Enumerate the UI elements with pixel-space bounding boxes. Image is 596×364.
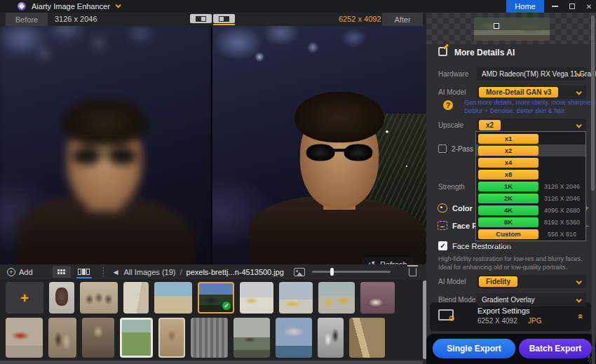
upscale-label: Upscale bbox=[438, 121, 463, 129]
minimize-button[interactable] bbox=[547, 0, 562, 13]
app-title: Aiarty Image Enhancer bbox=[32, 2, 110, 11]
side-by-side-view-button[interactable] bbox=[213, 14, 235, 23]
thumbnail-white-beetle[interactable] bbox=[360, 282, 395, 314]
filmstrip-toolbar: + Add ◀ All Images (19) / pexels-brettj.… bbox=[0, 264, 426, 279]
collapse-chevrons-icon[interactable]: « bbox=[575, 314, 585, 318]
panel-scrollbar-track[interactable] bbox=[592, 13, 595, 364]
upscale-option-2k[interactable]: 2K3126 X 2046 bbox=[476, 192, 585, 204]
navigator-crop-indicator[interactable] bbox=[494, 23, 499, 29]
thumbnail-old-couple[interactable] bbox=[48, 318, 76, 358]
maximize-icon bbox=[569, 4, 575, 9]
ai-model-value: More-Detail GAN v3 bbox=[479, 87, 558, 97]
upscale-select[interactable]: x2 bbox=[477, 119, 586, 132]
thumbnail-group-sepia[interactable] bbox=[80, 282, 118, 314]
all-images-breadcrumb[interactable]: All Images (19) bbox=[124, 268, 176, 276]
upscale-option-4k[interactable]: 4K4096 X 2680 bbox=[476, 204, 585, 216]
upscale-dropdown-list: x1x2x4x81K3126 X 20462K3126 X 20464K4096… bbox=[475, 131, 586, 241]
strip-view-button[interactable] bbox=[75, 266, 93, 278]
current-file-name: pexels-brettj...n-4513500.jpg bbox=[187, 268, 284, 276]
refresh-label: Refresh bbox=[380, 260, 407, 265]
add-image-tile[interactable]: + bbox=[6, 282, 43, 314]
settings-panel: More Details AI Hardware AMD Radeon(TM) … bbox=[426, 13, 596, 364]
thumbnail-family[interactable] bbox=[49, 282, 74, 314]
thumbnail-woman-hat[interactable] bbox=[158, 318, 185, 358]
thumbnail-car-sand[interactable] bbox=[240, 282, 273, 314]
close-button[interactable]: ✕ bbox=[581, 0, 596, 13]
upscale-option-resolution: 3126 X 2046 bbox=[539, 195, 585, 202]
app-window: Aiarty Image Enhancer Home ✕ Before 3126… bbox=[0, 0, 596, 364]
export-size: 6252 X 4092 bbox=[478, 317, 517, 325]
navigator-preview[interactable] bbox=[426, 13, 596, 44]
gear-icon: ⚙ bbox=[448, 315, 455, 323]
export-format: JPG bbox=[528, 317, 541, 325]
thumbnail-group-bw[interactable] bbox=[191, 318, 228, 358]
batch-export-button[interactable]: Batch Export bbox=[519, 339, 592, 358]
hardware-select[interactable]: AMD Radeon(TM) RX Vega 11 Graphics bbox=[477, 67, 586, 81]
split-view-icon bbox=[196, 16, 206, 22]
upscale-option-pill: x2 bbox=[478, 146, 539, 156]
thumbnail-polaroid-field[interactable] bbox=[120, 318, 153, 358]
thumbnail-clouds-sea[interactable] bbox=[276, 318, 312, 358]
color-section-row[interactable]: Color bbox=[438, 203, 473, 213]
thumbnail-red-car[interactable] bbox=[6, 318, 43, 358]
upscale-option-resolution: 3126 X 2046 bbox=[539, 183, 585, 190]
thumbnail-car-grass[interactable]: ✓ bbox=[198, 282, 234, 314]
filmstrip-horizontal-scrollbar[interactable] bbox=[0, 360, 423, 364]
thumbnail-yellow-trucks[interactable] bbox=[318, 282, 355, 314]
export-settings-card[interactable]: ⚙ Export Settings 6252 X 4092 JPG « bbox=[430, 302, 591, 331]
upscale-option-resolution: 556 X 816 bbox=[539, 231, 585, 238]
before-image[interactable] bbox=[0, 26, 212, 264]
upscale-option-pill: x1 bbox=[478, 134, 539, 144]
panel-scrollbar-thumb[interactable] bbox=[591, 15, 595, 191]
thumbnail-beach[interactable] bbox=[154, 282, 192, 314]
upscale-chevron-icon bbox=[576, 122, 581, 128]
more-details-icon bbox=[438, 47, 447, 56]
upscale-option-pill: 8K bbox=[478, 217, 539, 227]
two-pass-checkbox[interactable] bbox=[438, 144, 447, 153]
upscale-option-1k[interactable]: 1K3126 X 2046 bbox=[476, 180, 585, 192]
color-label: Color bbox=[452, 204, 473, 213]
upscale-option-pill: x8 bbox=[478, 170, 539, 180]
thumbnail-car-plane[interactable] bbox=[279, 282, 313, 314]
help-icon[interactable]: ? bbox=[443, 100, 453, 110]
section-title: More Details AI bbox=[454, 48, 515, 58]
fr-ai-model-label: AI Model bbox=[438, 278, 466, 285]
thumbnail-aerial-road[interactable] bbox=[349, 318, 385, 358]
ai-model-select[interactable]: More-Detail GAN v3 bbox=[477, 86, 586, 99]
back-arrow-icon[interactable]: ◀ bbox=[114, 269, 118, 276]
face-restoration-checkbox[interactable]: ✓ bbox=[438, 241, 447, 250]
thumbnail-woman-portrait[interactable] bbox=[82, 318, 114, 358]
ai-model-label: AI Model bbox=[438, 88, 466, 96]
thumbnail-old-vertical[interactable] bbox=[123, 282, 149, 314]
maximize-button[interactable] bbox=[564, 0, 580, 13]
home-button[interactable]: Home bbox=[506, 0, 544, 13]
before-tab[interactable]: Before bbox=[6, 13, 48, 26]
after-tab[interactable]: After bbox=[382, 13, 423, 26]
split-view-button[interactable] bbox=[190, 14, 212, 23]
after-image[interactable] bbox=[212, 26, 426, 264]
add-image-button[interactable]: + Add bbox=[7, 268, 33, 276]
app-menu-chevron-icon[interactable] bbox=[115, 2, 121, 8]
thumbnail-wedding[interactable] bbox=[318, 318, 344, 358]
thumbnail-cliff-house[interactable] bbox=[233, 318, 270, 358]
grid-view-button[interactable] bbox=[53, 266, 71, 278]
blend-mode-select[interactable]: Gradient Overlay bbox=[477, 293, 586, 306]
thumbnail-size-slider[interactable] bbox=[312, 271, 391, 273]
upscale-option-x4[interactable]: x4 bbox=[476, 156, 585, 168]
delete-image-icon[interactable] bbox=[409, 268, 416, 276]
side-by-side-view-icon bbox=[219, 16, 229, 22]
upscale-option-x2[interactable]: x2 bbox=[476, 144, 585, 156]
refresh-button[interactable]: ↺ Refresh bbox=[362, 257, 414, 264]
app-logo-icon bbox=[18, 2, 26, 11]
upscale-option-custom-resolution[interactable]: Custom Resolution556 X 816 bbox=[476, 228, 585, 240]
ai-model-chevron-icon bbox=[576, 89, 581, 95]
hardware-label: Hardware bbox=[438, 70, 468, 78]
upscale-option-x1[interactable]: x1 bbox=[476, 133, 585, 144]
upscale-option-x8[interactable]: x8 bbox=[476, 168, 585, 180]
single-export-button[interactable]: Single Export bbox=[433, 339, 515, 358]
fr-ai-model-select[interactable]: Fidelity bbox=[477, 275, 586, 288]
face-restoration-icon bbox=[438, 221, 447, 230]
upscale-option-resolution: 4096 X 2680 bbox=[539, 207, 585, 214]
upscale-option-8k[interactable]: 8K8192 X 5360 bbox=[476, 216, 585, 228]
thumbnail-size-slider-handle[interactable] bbox=[330, 268, 334, 276]
